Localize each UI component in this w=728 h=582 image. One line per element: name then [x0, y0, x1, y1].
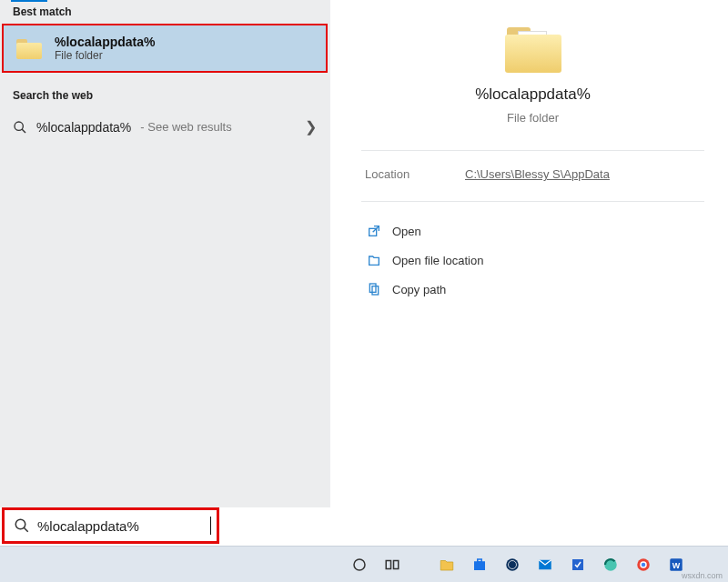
web-result-query: %localappdata%: [36, 120, 131, 135]
chevron-right-icon: ❯: [305, 118, 317, 135]
best-match-title: %localappdata%: [55, 35, 155, 49]
mail-icon[interactable]: [531, 551, 559, 578]
active-filter-indicator: [11, 0, 47, 2]
search-input[interactable]: [37, 510, 210, 541]
svg-rect-3: [369, 284, 376, 292]
taskbar: W wsxdn.com: [0, 546, 728, 582]
file-explorer-icon[interactable]: [433, 551, 460, 578]
best-match-subtitle: File folder: [55, 49, 155, 62]
best-match-result[interactable]: %localappdata% File folder: [2, 24, 328, 73]
folder-icon: [16, 37, 42, 59]
microsoft-store-icon[interactable]: [466, 551, 493, 578]
search-icon: [14, 517, 30, 534]
action-copy-path-label: Copy path: [392, 283, 446, 296]
cortana-icon[interactable]: [346, 551, 373, 578]
search-box[interactable]: [2, 507, 219, 544]
svg-rect-11: [478, 559, 482, 562]
location-label: Location: [365, 167, 429, 181]
svg-point-18: [641, 562, 646, 567]
svg-point-5: [15, 519, 25, 529]
divider: [361, 150, 704, 151]
text-cursor: [210, 517, 211, 535]
chrome-icon[interactable]: [630, 551, 657, 578]
dell-icon[interactable]: [499, 551, 526, 578]
preview-pane: %localappdata% File folder Location C:\U…: [329, 0, 728, 507]
edge-icon[interactable]: [597, 551, 624, 578]
preview-subtitle: File folder: [507, 111, 559, 125]
todo-icon[interactable]: [564, 551, 592, 578]
search-web-header: Search the web: [0, 84, 329, 107]
svg-point-0: [15, 122, 23, 130]
folder-open-icon: [367, 253, 381, 267]
copy-icon: [367, 282, 381, 296]
action-open[interactable]: Open: [363, 218, 704, 244]
preview-title: %localappdata%: [475, 85, 591, 104]
best-match-header: Best match: [0, 0, 329, 24]
svg-rect-9: [394, 560, 399, 568]
svg-rect-8: [386, 560, 390, 568]
svg-line-6: [24, 527, 28, 532]
task-view-icon[interactable]: [379, 551, 406, 578]
web-result-row[interactable]: %localappdata% - See web results ❯: [0, 107, 329, 146]
open-icon: [367, 224, 381, 238]
results-pane: Best match %localappdata% File folder Se…: [0, 0, 329, 507]
folder-icon: [505, 25, 561, 73]
svg-rect-4: [372, 286, 379, 295]
action-open-location[interactable]: Open file location: [363, 247, 704, 273]
action-open-label: Open: [392, 225, 421, 238]
action-open-location-label: Open file location: [392, 254, 483, 267]
watermark: wsxdn.com: [682, 571, 723, 580]
search-icon: [13, 120, 27, 135]
divider: [361, 201, 704, 202]
location-path-link[interactable]: C:\Users\Blessy S\AppData: [465, 167, 610, 181]
web-result-hint: - See web results: [140, 120, 231, 134]
svg-line-1: [22, 129, 25, 133]
location-row: Location C:\Users\Blessy S\AppData: [361, 167, 704, 181]
svg-text:W: W: [672, 560, 681, 569]
action-copy-path[interactable]: Copy path: [363, 276, 704, 302]
svg-point-7: [354, 559, 365, 570]
